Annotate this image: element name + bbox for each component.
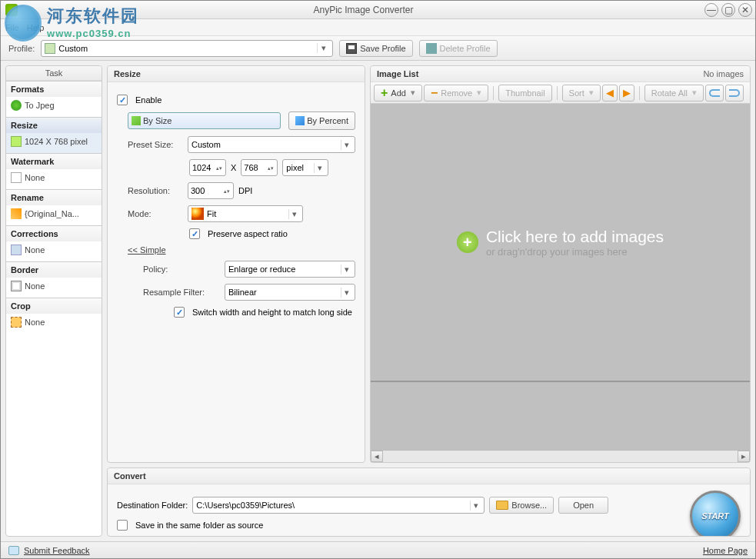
arrow-right-icon: ▶ <box>623 87 631 98</box>
app-icon <box>5 4 18 16</box>
height-spinner[interactable]: 768▴▾ <box>241 159 278 176</box>
plus-icon: + <box>381 86 388 100</box>
image-list-header: Image List <box>377 69 418 78</box>
browse-button[interactable]: Browse... <box>489 497 554 514</box>
remove-button[interactable]: −Remove▾ <box>424 85 488 101</box>
move-right-button[interactable]: ▶ <box>619 85 634 101</box>
resize-panel: Resize Enable By Size By Percent Preset … <box>107 65 365 463</box>
by-size-button[interactable]: By Size <box>128 112 281 129</box>
chevron-down-icon: ▾ <box>341 288 351 298</box>
unit-select[interactable]: pixel▾ <box>282 159 328 176</box>
enable-checkbox[interactable] <box>117 95 128 105</box>
rename-icon <box>11 208 22 219</box>
profile-label: Profile: <box>8 44 35 53</box>
image-toolbar: +Add▾ −Remove▾ Thumbnail Sort▾ ◀ ▶ Rotat… <box>371 82 750 104</box>
switch-checkbox[interactable] <box>174 307 185 318</box>
drop-zone[interactable]: + Click here to add images or drag'n'dro… <box>371 104 750 381</box>
menu-file[interactable]: File <box>5 23 19 32</box>
task-header: Task <box>6 66 102 81</box>
task-border[interactable]: Border None <box>6 261 102 298</box>
fit-icon <box>191 208 204 220</box>
policy-select[interactable]: Enlarge or reduce▾ <box>225 261 355 278</box>
same-folder-checkbox[interactable] <box>117 520 128 531</box>
folder-icon <box>496 501 508 510</box>
simple-toggle[interactable]: << Simple <box>128 245 166 255</box>
resolution-spinner[interactable]: 300▴▾ <box>188 182 234 199</box>
image-count-status: No images <box>703 69 744 78</box>
mode-select[interactable]: Fit▾ <box>188 205 303 222</box>
task-corrections[interactable]: Corrections None <box>6 225 102 261</box>
start-button[interactable]: START <box>690 491 741 536</box>
move-left-button[interactable]: ◀ <box>602 85 618 101</box>
resize-header: Resize <box>108 66 365 82</box>
resize-icon <box>11 136 22 147</box>
chevron-down-icon: ▾ <box>470 501 481 511</box>
refresh-icon <box>11 100 22 111</box>
chevron-down-icon: ▾ <box>341 140 351 150</box>
status-bar: Submit Feedback Home Page <box>1 541 755 558</box>
task-panel: Task Formats To Jpeg Resize 1024 X 768 p… <box>5 65 102 537</box>
task-crop[interactable]: Crop None <box>6 298 102 334</box>
convert-panel: Convert Destination Folder: C:\Users\pc0… <box>107 467 751 537</box>
open-button[interactable]: Open <box>558 497 608 514</box>
scroll-right-icon[interactable]: ▸ <box>738 451 750 462</box>
by-percent-button[interactable]: By Percent <box>288 111 355 130</box>
add-button[interactable]: +Add▾ <box>374 85 422 101</box>
image-list-panel: Image List No images +Add▾ −Remove▾ Thum… <box>370 65 751 463</box>
title-bar: AnyPic Image Converter — ▢ ✕ <box>1 1 755 19</box>
thumbnail-strip: ◂ ▸ <box>371 381 750 462</box>
rotate-all-button[interactable]: Rotate All▾ <box>644 85 704 101</box>
thumbnail-button[interactable]: Thumbnail <box>498 85 551 101</box>
window-title: AnyPic Image Converter <box>22 5 704 15</box>
preset-size-select[interactable]: Custom▾ <box>188 136 355 153</box>
convert-header: Convert <box>108 468 750 484</box>
redo-icon <box>729 89 740 97</box>
by-size-icon <box>132 116 141 125</box>
horizontal-scrollbar[interactable]: ◂ ▸ <box>371 450 750 462</box>
preserve-checkbox[interactable] <box>189 228 200 239</box>
document-icon <box>45 43 55 54</box>
destination-label: Destination Folder: <box>117 501 188 510</box>
sort-button[interactable]: Sort▾ <box>562 85 601 101</box>
width-spinner[interactable]: 1024▴▾ <box>189 159 226 176</box>
arrow-left-icon: ◀ <box>606 87 614 98</box>
undo-icon <box>709 89 720 97</box>
chevron-down-icon: ▾ <box>341 265 351 275</box>
submit-feedback-link[interactable]: Submit Feedback <box>24 546 90 555</box>
by-percent-icon <box>295 116 305 125</box>
menu-bar: File Help <box>1 19 755 36</box>
menu-help[interactable]: Help <box>27 23 45 32</box>
feedback-icon <box>8 546 19 555</box>
resample-filter-select[interactable]: Bilinear▾ <box>225 284 355 301</box>
chevron-down-icon: ▾ <box>288 209 299 219</box>
delete-icon <box>426 43 437 54</box>
profile-toolbar: Profile: Custom ▾ Save Profile Delete Pr… <box>1 36 755 61</box>
task-rename[interactable]: Rename {Original_Na... <box>6 189 102 225</box>
add-images-icon: + <box>457 231 478 253</box>
close-button[interactable]: ✕ <box>738 3 752 17</box>
redo-button[interactable] <box>725 85 744 101</box>
chevron-down-icon: ▾ <box>317 43 329 53</box>
undo-button[interactable] <box>705 85 724 101</box>
task-resize[interactable]: Resize 1024 X 768 pixel <box>6 117 102 153</box>
maximize-button[interactable]: ▢ <box>721 3 735 17</box>
task-formats[interactable]: Formats To Jpeg <box>6 81 102 117</box>
destination-combo[interactable]: C:\Users\pc0359\Pictures\▾ <box>192 497 485 514</box>
corrections-icon <box>11 245 22 255</box>
minimize-button[interactable]: — <box>704 3 718 17</box>
profile-combo[interactable]: Custom ▾ <box>41 40 333 57</box>
watermark-icon <box>11 172 22 183</box>
home-page-link[interactable]: Home Page <box>703 546 748 555</box>
crop-icon <box>11 317 22 328</box>
save-profile-button[interactable]: Save Profile <box>339 40 412 57</box>
save-icon <box>346 43 357 54</box>
chevron-down-icon: ▾ <box>314 163 325 173</box>
delete-profile-button[interactable]: Delete Profile <box>419 40 498 57</box>
task-watermark[interactable]: Watermark None <box>6 153 102 189</box>
scroll-left-icon[interactable]: ◂ <box>371 451 383 462</box>
minus-icon: − <box>431 86 438 100</box>
border-icon <box>11 281 22 291</box>
